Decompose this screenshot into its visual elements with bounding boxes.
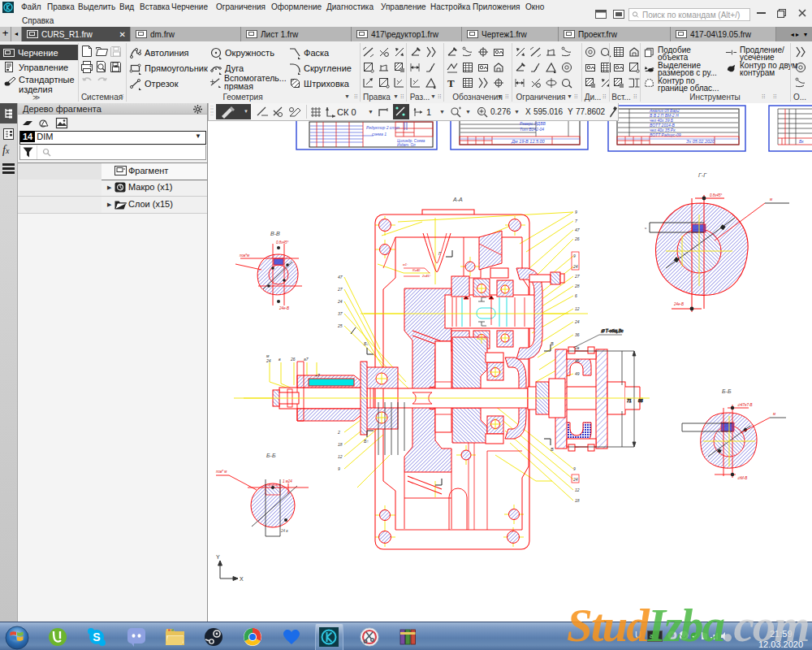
svg-text:71: 71	[627, 398, 632, 403]
svg-text:12: 12	[575, 488, 580, 492]
svg-text:7: 7	[575, 219, 577, 223]
svg-text:Редуктор 2 ступ: Редуктор 2 ступ	[366, 125, 400, 130]
svg-text:В: В	[551, 341, 554, 346]
svg-text:Y: Y	[216, 554, 220, 560]
svg-text:28: 28	[574, 284, 580, 288]
svg-text:2в: 2в	[574, 345, 580, 350]
svg-text:24: 24	[337, 299, 343, 304]
svg-text:12: 12	[575, 306, 580, 311]
svg-text:X: X	[240, 576, 244, 582]
svg-text:2: 2	[337, 430, 340, 435]
svg-text:Вк: Вк	[799, 139, 804, 144]
svg-text:24: 24	[572, 477, 578, 482]
svg-text:м: м	[770, 197, 772, 202]
svg-text:Зх 05.02.2020: Зх 05.02.2020	[686, 139, 715, 144]
svg-text:26: 26	[574, 236, 580, 241]
svg-text:24: 24	[572, 264, 578, 269]
svg-text:Дм 19-В 12.5.00: Дм 19-В 12.5.00	[511, 139, 546, 144]
svg-text:18: 18	[575, 498, 580, 503]
svg-text:47: 47	[575, 228, 580, 232]
svg-text:Б-Б: Б-Б	[722, 388, 732, 394]
svg-text:25: 25	[337, 323, 343, 328]
svg-text:А-А: А-А	[452, 197, 463, 202]
svg-text:24е-В: 24е-В	[673, 302, 684, 306]
svg-text:2х45°: 2х45°	[421, 274, 431, 278]
svg-text:пов* м: пов* м	[216, 470, 227, 474]
svg-text:Издат. Ол: Издат. Ол	[397, 143, 416, 147]
svg-text:∅ Т-общ.Вс: ∅ Т-общ.Вс	[601, 328, 624, 333]
svg-text:47: 47	[338, 275, 343, 280]
svg-text:46: 46	[575, 358, 580, 363]
svg-text:1 м24: 1 м24	[283, 479, 292, 483]
svg-text:Б-Б: Б-Б	[266, 453, 276, 458]
svg-text:∅47е7-В: ∅47е7-В	[737, 403, 752, 407]
svg-text:Б↑: Б↑	[364, 439, 369, 444]
svg-text:86: 86	[638, 398, 643, 403]
svg-text:37: 37	[338, 311, 343, 316]
svg-text:24: 24	[574, 319, 580, 324]
svg-text:В-В: В-В	[270, 231, 280, 236]
svg-text:Реверс НДВВ: Реверс НДВВ	[520, 121, 546, 126]
svg-text:В: В	[551, 447, 554, 452]
svg-text:24 в: 24 в	[280, 529, 288, 533]
svg-text:ч: ч	[645, 226, 646, 230]
svg-text:49: 49	[575, 371, 580, 376]
svg-text:36: 36	[575, 332, 580, 337]
svg-text:27: 27	[337, 287, 343, 292]
svg-text:26: 26	[290, 357, 296, 362]
svg-text:6: 6	[575, 293, 577, 298]
svg-text:24е-В: 24е-В	[279, 306, 289, 310]
svg-text:27: 27	[574, 274, 580, 279]
svg-text:9: 9	[575, 210, 577, 214]
svg-text:м1·: м1·	[403, 262, 408, 266]
svg-text:∅М-В: ∅М-В	[737, 476, 747, 480]
svg-text:пов*м: пов*м	[240, 254, 249, 258]
svg-text:S: S	[93, 630, 100, 644]
svg-text:а7: а7	[304, 357, 309, 362]
svg-text:м: м	[773, 412, 775, 416]
svg-text:9: 9	[338, 466, 340, 471]
svg-text:12: 12	[338, 454, 343, 459]
svg-text:9: 9	[573, 254, 576, 258]
svg-text:Б↓: Б↓	[364, 341, 369, 346]
svg-text:0.8х45°: 0.8х45°	[710, 193, 723, 197]
svg-text:9: 9	[573, 466, 576, 471]
svg-text:Г-Г: Г-Г	[698, 172, 707, 178]
svg-text:0.8х45°: 0.8х45°	[276, 240, 289, 245]
svg-text:схема 1: схема 1	[372, 132, 387, 136]
svg-text:Rz40: Rz40	[412, 268, 421, 272]
svg-text:+7: +7	[315, 373, 320, 378]
svg-text:в: в	[279, 357, 281, 362]
svg-text:Тит В142-04: Тит В142-04	[520, 127, 544, 132]
svg-text:24: 24	[266, 358, 271, 363]
svg-text:18: 18	[338, 442, 343, 447]
